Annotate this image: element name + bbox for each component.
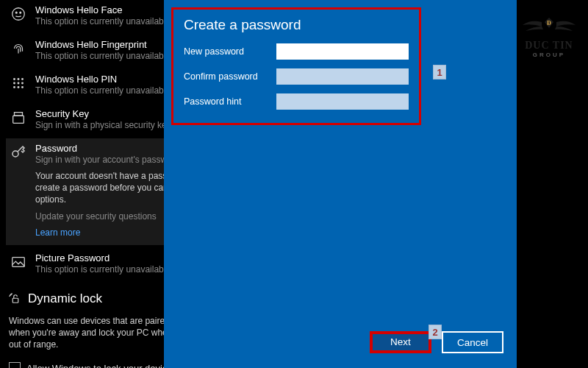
svg-point-2 (20, 12, 21, 13)
key-icon (9, 143, 28, 162)
confirm-password-row: Confirm password (184, 68, 409, 85)
dynamic-lock-title: Dynamic lock (28, 291, 102, 306)
svg-rect-12 (15, 113, 23, 116)
new-password-input[interactable] (276, 43, 409, 60)
pin-keypad-icon (9, 74, 28, 93)
face-icon (9, 4, 28, 24)
svg-point-6 (13, 82, 15, 85)
new-password-row: New password (184, 43, 409, 60)
svg-rect-13 (13, 116, 24, 123)
usb-key-icon (9, 108, 28, 127)
password-hint-row: Password hint (184, 93, 409, 110)
annotation-badge-1: 1 (433, 65, 446, 79)
svg-point-4 (18, 78, 20, 80)
password-hint-input[interactable] (276, 93, 409, 110)
svg-point-0 (12, 8, 25, 21)
create-password-dialog: Create a password New password Confirm p… (164, 0, 517, 368)
form-highlight-box: Create a password New password Confirm p… (171, 7, 421, 125)
cancel-button[interactable]: Cancel (442, 331, 503, 353)
svg-point-10 (18, 86, 20, 88)
watermark-group: GROUP (517, 52, 581, 58)
svg-point-11 (21, 86, 24, 88)
svg-text:Đ: Đ (547, 20, 551, 26)
svg-rect-15 (12, 258, 25, 267)
watermark-brand: DUC TIN (517, 40, 581, 52)
wings-icon: Đ (517, 15, 581, 38)
svg-point-3 (13, 78, 15, 80)
svg-point-14 (12, 151, 18, 157)
picture-icon (9, 252, 28, 272)
svg-point-5 (21, 78, 24, 80)
new-password-label: New password (184, 46, 269, 57)
svg-point-8 (21, 82, 24, 85)
password-hint-label: Password hint (184, 96, 269, 107)
dialog-title: Create a password (184, 17, 409, 33)
svg-point-7 (18, 82, 20, 85)
svg-point-9 (13, 86, 15, 88)
ductin-watermark: Đ DUC TIN GROUP (517, 15, 581, 58)
annotation-badge-2: 2 (429, 325, 442, 339)
confirm-password-label: Confirm password (184, 71, 269, 82)
lock-signal-icon (9, 292, 22, 305)
next-button[interactable]: Next (370, 331, 431, 353)
svg-point-1 (15, 12, 17, 13)
checkbox-icon[interactable] (9, 362, 21, 368)
fingerprint-icon (9, 39, 28, 58)
confirm-password-input[interactable] (276, 68, 409, 85)
svg-rect-16 (12, 298, 18, 302)
